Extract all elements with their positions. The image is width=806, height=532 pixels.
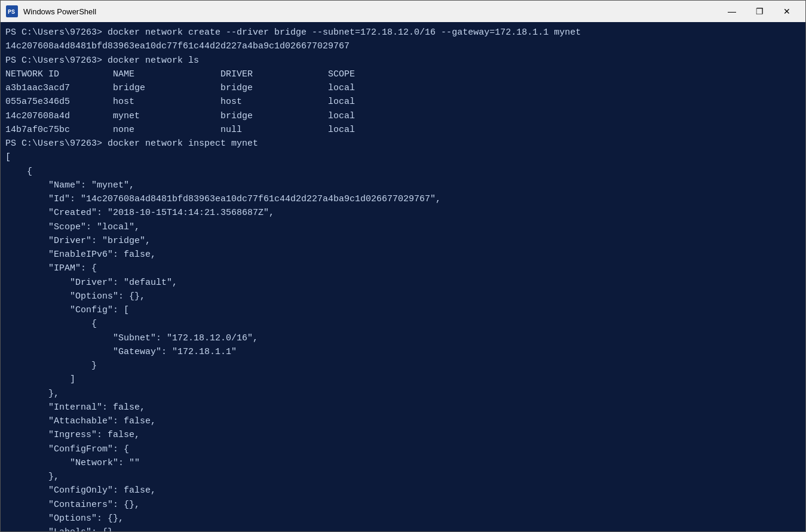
window-title: Windows PowerShell <box>23 7 718 16</box>
svg-text:PS: PS <box>8 9 15 16</box>
terminal-output: PS C:\Users\97263> docker network create… <box>5 26 801 531</box>
titlebar: PS Windows PowerShell — ❐ ✕ <box>1 1 805 22</box>
close-button[interactable]: ✕ <box>773 1 801 22</box>
window-controls: — ❐ ✕ <box>718 1 801 22</box>
minimize-button[interactable]: — <box>718 1 746 22</box>
terminal-body[interactable]: PS C:\Users\97263> docker network create… <box>1 22 805 531</box>
powershell-window: PS Windows PowerShell — ❐ ✕ PS C:\Users\… <box>0 0 806 532</box>
maximize-button[interactable]: ❐ <box>746 1 773 22</box>
app-icon: PS <box>5 5 19 18</box>
